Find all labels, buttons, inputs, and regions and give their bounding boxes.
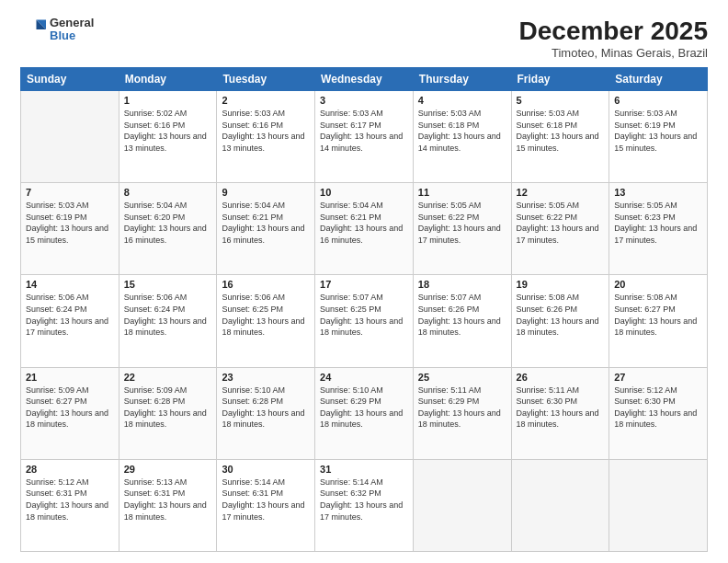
day-number: 26 [517, 372, 605, 383]
cell-info: Sunrise: 5:07 AM Sunset: 6:26 PM Dayligh… [418, 292, 506, 338]
cell-info: Sunrise: 5:05 AM Sunset: 6:23 PM Dayligh… [614, 200, 702, 246]
day-number: 12 [517, 187, 605, 198]
day-number: 2 [222, 95, 310, 106]
calendar-week-row: 1Sunrise: 5:02 AM Sunset: 6:16 PM Daylig… [21, 91, 708, 183]
day-number: 9 [222, 187, 310, 198]
col-monday: Monday [119, 68, 217, 91]
title-block: December 2025 Timoteo, Minas Gerais, Bra… [519, 17, 708, 60]
calendar-week-row: 21Sunrise: 5:09 AM Sunset: 6:27 PM Dayli… [21, 367, 708, 459]
calendar-week-row: 14Sunrise: 5:06 AM Sunset: 6:24 PM Dayli… [21, 275, 708, 367]
day-number: 21 [26, 372, 114, 383]
cell-info: Sunrise: 5:03 AM Sunset: 6:19 PM Dayligh… [614, 108, 702, 154]
col-friday: Friday [511, 68, 609, 91]
cell-info: Sunrise: 5:14 AM Sunset: 6:31 PM Dayligh… [222, 477, 310, 523]
location: Timoteo, Minas Gerais, Brazil [519, 46, 708, 60]
cell-info: Sunrise: 5:07 AM Sunset: 6:25 PM Dayligh… [320, 292, 408, 338]
table-row: 16Sunrise: 5:06 AM Sunset: 6:25 PM Dayli… [217, 275, 315, 367]
cell-info: Sunrise: 5:03 AM Sunset: 6:18 PM Dayligh… [517, 108, 605, 154]
day-number: 29 [124, 464, 212, 475]
day-number: 23 [222, 372, 310, 383]
calendar-table: Sunday Monday Tuesday Wednesday Thursday… [20, 67, 708, 552]
table-row [21, 91, 119, 183]
cell-info: Sunrise: 5:09 AM Sunset: 6:28 PM Dayligh… [124, 385, 212, 431]
cell-info: Sunrise: 5:05 AM Sunset: 6:22 PM Dayligh… [418, 200, 506, 246]
day-number: 8 [124, 187, 212, 198]
day-number: 27 [614, 372, 702, 383]
table-row: 11Sunrise: 5:05 AM Sunset: 6:22 PM Dayli… [413, 183, 511, 275]
table-row: 20Sunrise: 5:08 AM Sunset: 6:27 PM Dayli… [609, 275, 708, 367]
table-row: 30Sunrise: 5:14 AM Sunset: 6:31 PM Dayli… [217, 459, 315, 551]
col-sunday: Sunday [21, 68, 119, 91]
cell-info: Sunrise: 5:08 AM Sunset: 6:26 PM Dayligh… [517, 292, 605, 338]
logo-general: General [50, 17, 94, 29]
table-row: 23Sunrise: 5:10 AM Sunset: 6:28 PM Dayli… [217, 367, 315, 459]
cell-info: Sunrise: 5:11 AM Sunset: 6:29 PM Dayligh… [418, 385, 506, 431]
table-row: 24Sunrise: 5:10 AM Sunset: 6:29 PM Dayli… [315, 367, 414, 459]
table-row [413, 459, 511, 551]
day-number: 22 [124, 372, 212, 383]
table-row: 29Sunrise: 5:13 AM Sunset: 6:31 PM Dayli… [119, 459, 217, 551]
day-number: 15 [124, 279, 212, 290]
day-number: 25 [418, 372, 506, 383]
cell-info: Sunrise: 5:10 AM Sunset: 6:29 PM Dayligh… [320, 385, 408, 431]
table-row: 22Sunrise: 5:09 AM Sunset: 6:28 PM Dayli… [119, 367, 217, 459]
calendar-week-row: 28Sunrise: 5:12 AM Sunset: 6:31 PM Dayli… [21, 459, 708, 551]
cell-info: Sunrise: 5:03 AM Sunset: 6:16 PM Dayligh… [222, 108, 310, 154]
cell-info: Sunrise: 5:03 AM Sunset: 6:18 PM Dayligh… [418, 108, 506, 154]
table-row: 25Sunrise: 5:11 AM Sunset: 6:29 PM Dayli… [413, 367, 511, 459]
table-row: 31Sunrise: 5:14 AM Sunset: 6:32 PM Dayli… [315, 459, 414, 551]
logo: General Blue [20, 17, 94, 43]
day-number: 10 [320, 187, 408, 198]
table-row: 15Sunrise: 5:06 AM Sunset: 6:24 PM Dayli… [119, 275, 217, 367]
table-row: 27Sunrise: 5:12 AM Sunset: 6:30 PM Dayli… [609, 367, 708, 459]
day-number: 13 [614, 187, 702, 198]
cell-info: Sunrise: 5:13 AM Sunset: 6:31 PM Dayligh… [124, 477, 212, 523]
day-number: 31 [320, 464, 408, 475]
day-number: 20 [614, 279, 702, 290]
table-row: 13Sunrise: 5:05 AM Sunset: 6:23 PM Dayli… [609, 183, 708, 275]
table-row: 1Sunrise: 5:02 AM Sunset: 6:16 PM Daylig… [119, 91, 217, 183]
logo-blue: Blue [50, 29, 94, 42]
table-row: 28Sunrise: 5:12 AM Sunset: 6:31 PM Dayli… [21, 459, 119, 551]
table-row: 26Sunrise: 5:11 AM Sunset: 6:30 PM Dayli… [511, 367, 609, 459]
table-row: 21Sunrise: 5:09 AM Sunset: 6:27 PM Dayli… [21, 367, 119, 459]
cell-info: Sunrise: 5:06 AM Sunset: 6:24 PM Dayligh… [124, 292, 212, 338]
cell-info: Sunrise: 5:03 AM Sunset: 6:19 PM Dayligh… [26, 200, 114, 246]
cell-info: Sunrise: 5:04 AM Sunset: 6:21 PM Dayligh… [320, 200, 408, 246]
table-row [511, 459, 609, 551]
table-row: 8Sunrise: 5:04 AM Sunset: 6:20 PM Daylig… [119, 183, 217, 275]
cell-info: Sunrise: 5:06 AM Sunset: 6:24 PM Dayligh… [26, 292, 114, 338]
cell-info: Sunrise: 5:02 AM Sunset: 6:16 PM Dayligh… [124, 108, 212, 154]
table-row [609, 459, 708, 551]
day-number: 4 [418, 95, 506, 106]
cell-info: Sunrise: 5:05 AM Sunset: 6:22 PM Dayligh… [517, 200, 605, 246]
cell-info: Sunrise: 5:14 AM Sunset: 6:32 PM Dayligh… [320, 477, 408, 523]
table-row: 5Sunrise: 5:03 AM Sunset: 6:18 PM Daylig… [511, 91, 609, 183]
calendar-header-row: Sunday Monday Tuesday Wednesday Thursday… [21, 68, 708, 91]
table-row: 4Sunrise: 5:03 AM Sunset: 6:18 PM Daylig… [413, 91, 511, 183]
day-number: 1 [124, 95, 212, 106]
cell-info: Sunrise: 5:11 AM Sunset: 6:30 PM Dayligh… [517, 385, 605, 431]
cell-info: Sunrise: 5:10 AM Sunset: 6:28 PM Dayligh… [222, 385, 310, 431]
day-number: 30 [222, 464, 310, 475]
calendar-week-row: 7Sunrise: 5:03 AM Sunset: 6:19 PM Daylig… [21, 183, 708, 275]
table-row: 7Sunrise: 5:03 AM Sunset: 6:19 PM Daylig… [21, 183, 119, 275]
cell-info: Sunrise: 5:08 AM Sunset: 6:27 PM Dayligh… [614, 292, 702, 338]
day-number: 17 [320, 279, 408, 290]
table-row: 19Sunrise: 5:08 AM Sunset: 6:26 PM Dayli… [511, 275, 609, 367]
cell-info: Sunrise: 5:12 AM Sunset: 6:30 PM Dayligh… [614, 385, 702, 431]
logo-icon [20, 17, 46, 42]
col-saturday: Saturday [609, 68, 708, 91]
day-number: 6 [614, 95, 702, 106]
table-row: 9Sunrise: 5:04 AM Sunset: 6:21 PM Daylig… [217, 183, 315, 275]
day-number: 5 [517, 95, 605, 106]
table-row: 2Sunrise: 5:03 AM Sunset: 6:16 PM Daylig… [217, 91, 315, 183]
page: General Blue December 2025 Timoteo, Mina… [0, 0, 728, 563]
cell-info: Sunrise: 5:03 AM Sunset: 6:17 PM Dayligh… [320, 108, 408, 154]
cell-info: Sunrise: 5:09 AM Sunset: 6:27 PM Dayligh… [26, 385, 114, 431]
month-year: December 2025 [519, 17, 708, 46]
day-number: 28 [26, 464, 114, 475]
col-thursday: Thursday [413, 68, 511, 91]
day-number: 3 [320, 95, 408, 106]
day-number: 24 [320, 372, 408, 383]
